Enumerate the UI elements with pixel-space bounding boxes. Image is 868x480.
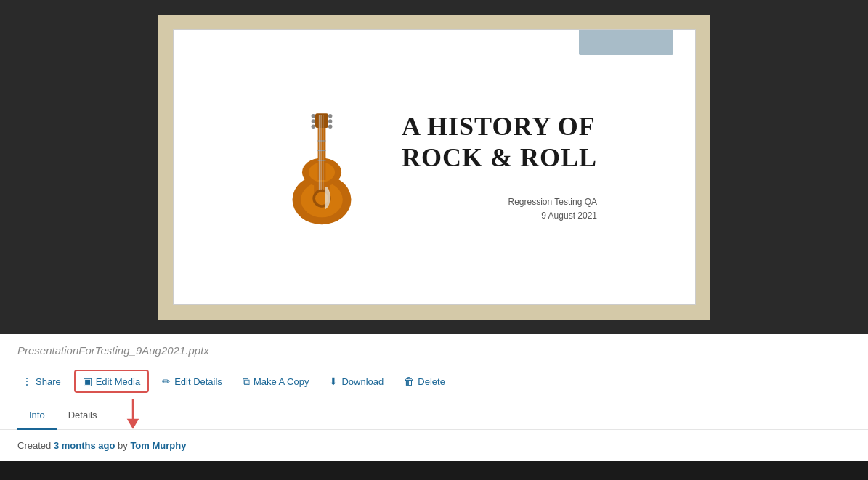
make-copy-button[interactable]: ⧉ Make A Copy	[235, 371, 317, 392]
delete-button[interactable]: 🗑 Delete	[397, 371, 453, 391]
svg-point-11	[328, 119, 332, 123]
slide-subtitle: Regression Testing QA 9 August 2021	[402, 195, 597, 223]
slide-frame: A HISTORY OF ROCK & ROLL Regression Test…	[158, 15, 710, 320]
svg-point-9	[312, 125, 315, 129]
slide-text-block: A HISTORY OF ROCK & ROLL Regression Test…	[402, 111, 597, 224]
by-label: by	[118, 440, 128, 451]
slide-inner: A HISTORY OF ROCK & ROLL Regression Test…	[173, 29, 696, 305]
slide-title: A HISTORY OF ROCK & ROLL	[402, 111, 597, 174]
download-button[interactable]: ⬇ Download	[322, 371, 391, 391]
presentation-title: PresentationForTesting_9Aug2021.pptx	[0, 334, 868, 364]
copy-icon: ⧉	[243, 375, 250, 388]
subtitle-line2: 9 August 2021	[402, 209, 597, 223]
pencil-icon: ✏	[162, 375, 171, 387]
author-link[interactable]: Tom Murphy	[130, 440, 186, 451]
bottom-panel: PresentationForTesting_9Aug2021.pptx ⋮ S…	[0, 334, 868, 461]
time-ago: 3 months ago	[54, 440, 115, 451]
svg-point-7	[312, 114, 315, 118]
info-section: Created 3 months ago by Tom Murphy	[0, 430, 868, 461]
tab-info[interactable]: Info	[17, 402, 57, 430]
edit-media-button[interactable]: ▣ Edit Media	[74, 370, 149, 393]
svg-point-12	[328, 125, 332, 129]
svg-point-10	[328, 114, 332, 118]
share-icon: ⋮	[22, 375, 32, 387]
edit-details-button[interactable]: ✏ Edit Details	[155, 371, 230, 391]
svg-rect-6	[315, 113, 328, 128]
tabs-bar: Info Details	[0, 402, 868, 430]
action-bar: ⋮ Share ▣ Edit Media ✏ Edit Details ⧉ Ma…	[0, 364, 868, 402]
download-icon: ⬇	[329, 375, 338, 387]
edit-media-icon: ▣	[83, 375, 92, 387]
slide-top-bar	[579, 30, 673, 55]
trash-icon: 🗑	[404, 375, 414, 387]
slide-container: A HISTORY OF ROCK & ROLL Regression Test…	[0, 0, 868, 334]
action-bar-wrapper: ⋮ Share ▣ Edit Media ✏ Edit Details ⧉ Ma…	[0, 364, 868, 402]
share-button[interactable]: ⋮ Share	[15, 371, 68, 391]
guitar-icon	[271, 102, 373, 232]
subtitle-line1: Regression Testing QA	[402, 195, 597, 209]
svg-point-8	[312, 119, 315, 123]
slide-content: A HISTORY OF ROCK & ROLL Regression Test…	[174, 30, 695, 304]
created-label: Created	[17, 440, 51, 451]
tab-details[interactable]: Details	[57, 402, 109, 430]
